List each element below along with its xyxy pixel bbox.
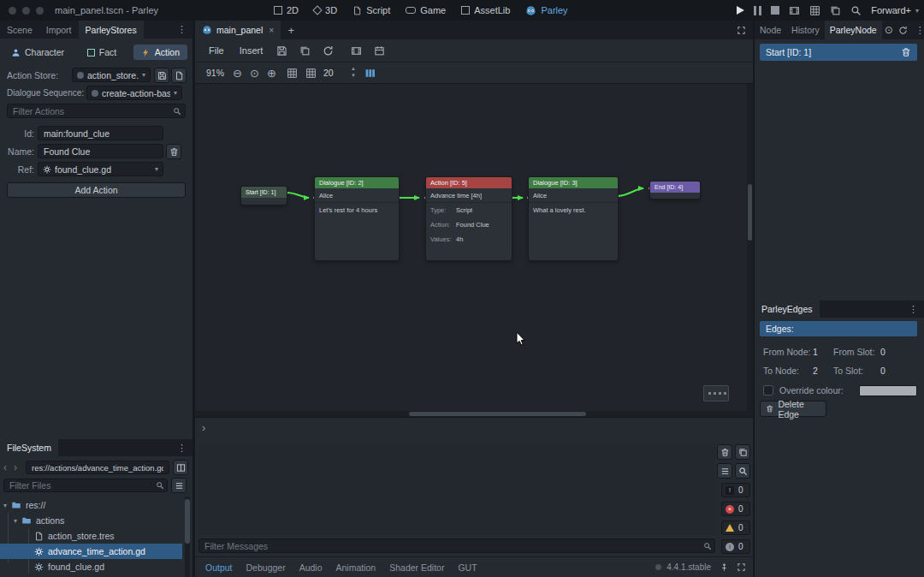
nav-back-icon[interactable]: ‹ <box>3 461 7 473</box>
graph-node-action-5[interactable]: Action [ID: 5] Advance time [4h] Type:Sc… <box>426 177 512 260</box>
id-input[interactable] <box>38 126 163 140</box>
graph-node-dialogue-3[interactable]: Dialogue [ID: 3] Alice What a lovely res… <box>529 177 618 260</box>
tab-scene[interactable]: Scene <box>0 21 39 39</box>
menu-2d[interactable]: 2D <box>267 3 305 17</box>
window-minimize-button[interactable] <box>22 7 30 15</box>
menu-file[interactable]: File <box>202 44 231 57</box>
stop-button[interactable] <box>771 6 779 15</box>
dock-menu-icon[interactable]: ⋮ <box>910 21 924 39</box>
from-node-value[interactable]: 1 <box>813 347 826 357</box>
new-tab-icon[interactable]: + <box>281 21 301 39</box>
canvas-h-scrollbar-thumb[interactable] <box>409 412 586 416</box>
split-view-button[interactable] <box>173 460 188 475</box>
tab-character[interactable]: Character <box>5 45 70 60</box>
graph-node-end[interactable]: End [ID: 4] <box>650 181 700 199</box>
grid-toggle-icon[interactable] <box>305 68 317 79</box>
save-store-button[interactable] <box>154 68 169 83</box>
graph-node-dialogue-2[interactable]: Dialogue [ID: 2] Alice Let's rest for 4 … <box>315 177 399 260</box>
filter-actions-input[interactable] <box>7 104 186 118</box>
renderer-dropdown[interactable]: Forward+▾ <box>871 5 919 15</box>
zoom-in-icon[interactable]: ⊕ <box>267 67 276 80</box>
tab-node[interactable]: Node <box>755 21 786 39</box>
tab-debugger[interactable]: Debugger <box>240 562 293 573</box>
dock-menu-icon[interactable]: ⋮ <box>171 21 192 39</box>
history-icon[interactable] <box>896 21 910 39</box>
tree-item-found-clue[interactable]: found_clue.gd <box>0 559 182 574</box>
insert-event-icon[interactable] <box>369 45 390 57</box>
dock-menu-icon[interactable]: ⋮ <box>171 439 192 456</box>
tab-audio[interactable]: Audio <box>293 562 329 573</box>
to-node-value[interactable]: 2 <box>813 366 826 376</box>
selected-node-bar[interactable]: Start [ID: 1] <box>760 44 917 61</box>
copy-output-button[interactable] <box>735 444 750 460</box>
error-count-toggle[interactable]: × 0 <box>721 502 750 516</box>
tab-parleynode[interactable]: ParleyNode <box>825 21 882 39</box>
tab-parleyedges[interactable]: ParleyEdges <box>755 300 820 318</box>
filter-messages-input[interactable] <box>198 538 715 553</box>
search-help-icon[interactable] <box>850 5 862 16</box>
canvas-v-scrollbar[interactable] <box>747 84 753 411</box>
menu-game[interactable]: Game <box>399 3 453 17</box>
message-count-toggle[interactable]: i 0 <box>721 539 750 554</box>
game-view-icon[interactable] <box>809 5 820 16</box>
graph-minimap[interactable] <box>703 385 729 402</box>
arrange-nodes-icon[interactable] <box>364 68 376 79</box>
dialogue-sequence-dropdown[interactable]: create-action-basi ▾ <box>86 86 182 100</box>
distraction-free-icon[interactable] <box>730 21 753 39</box>
movie-maker-icon[interactable] <box>789 5 800 16</box>
tab-import[interactable]: Import <box>39 21 79 39</box>
tree-item-advance-time-action[interactable]: advance_time_action.gd <box>0 544 182 559</box>
snap-toggle-icon[interactable] <box>287 68 298 79</box>
save-sequence-icon[interactable] <box>271 45 293 57</box>
canvas-v-scrollbar-thumb[interactable] <box>748 184 752 241</box>
new-store-button[interactable] <box>171 68 187 83</box>
delete-action-button[interactable] <box>166 144 181 159</box>
pause-button[interactable] <box>754 6 761 15</box>
graph-node-start[interactable]: Start [ID: 1] <box>241 187 287 205</box>
window-zoom-button[interactable] <box>36 7 44 15</box>
from-slot-value[interactable]: 0 <box>880 347 886 357</box>
menu-insert[interactable]: Insert <box>233 44 270 57</box>
override-colour-checkbox[interactable] <box>763 385 773 396</box>
tab-animation[interactable]: Animation <box>329 562 383 573</box>
zoom-reset-icon[interactable]: ⊙ <box>250 67 259 80</box>
ref-dropdown[interactable]: found_clue.gd ▾ <box>38 162 163 176</box>
nav-forward-icon[interactable]: › <box>14 461 17 473</box>
tree-item-action-store[interactable]: action_store.tres <box>0 528 182 544</box>
action-store-dropdown[interactable]: action_store.tre ▾ <box>72 68 151 82</box>
tab-parleystores[interactable]: ParleyStores <box>79 21 144 39</box>
zoom-out-icon[interactable]: ⊖ <box>233 67 242 80</box>
tab-gut[interactable]: GUT <box>451 562 483 573</box>
search-output-button[interactable] <box>735 463 750 479</box>
word-wrap-button[interactable] <box>717 463 732 479</box>
duplicate-icon[interactable] <box>294 45 316 57</box>
tree-item-actions[interactable]: ▾ actions <box>0 513 182 528</box>
grid-step-spinner[interactable]: ▲▼ <box>351 65 356 79</box>
expand-panel-icon[interactable]: › <box>202 421 205 434</box>
clear-output-button[interactable] <box>717 444 732 460</box>
dock-menu-icon[interactable]: ⋮ <box>903 300 924 318</box>
pin-panel-icon[interactable] <box>720 562 729 572</box>
debug-count-toggle[interactable]: ! 0 <box>721 483 750 497</box>
delete-edge-button[interactable]: Delete Edge <box>760 401 826 417</box>
play-button[interactable] <box>737 6 744 15</box>
refresh-icon[interactable] <box>317 45 339 57</box>
tab-filesystem[interactable]: FileSystem <box>0 439 58 456</box>
edges-header-bar[interactable]: Edges: <box>760 321 917 336</box>
remote-debug-icon[interactable] <box>830 5 841 16</box>
close-tab-icon[interactable]: × <box>269 25 274 35</box>
scene-tab-main-panel[interactable]: main_panel × <box>195 21 281 39</box>
tab-fact[interactable]: Fact <box>81 45 122 60</box>
tab-history[interactable]: History <box>786 21 825 39</box>
object-icon[interactable]: ⊙ <box>882 21 896 39</box>
filesystem-scrollbar-thumb[interactable] <box>185 499 190 544</box>
expand-panel-icon[interactable] <box>737 562 746 572</box>
tab-shader-editor[interactable]: Shader Editor <box>382 562 451 573</box>
tab-output[interactable]: Output <box>198 562 240 573</box>
add-action-button[interactable]: Add Action <box>7 182 186 198</box>
sort-files-button[interactable] <box>171 478 187 493</box>
tab-action[interactable]: Action <box>133 45 187 60</box>
colour-swatch[interactable] <box>859 385 917 396</box>
warning-count-toggle[interactable]: 0 <box>721 520 750 535</box>
graph-canvas[interactable]: Start [ID: 1] Dialogue [ID: 2] Alice Let… <box>195 84 753 417</box>
